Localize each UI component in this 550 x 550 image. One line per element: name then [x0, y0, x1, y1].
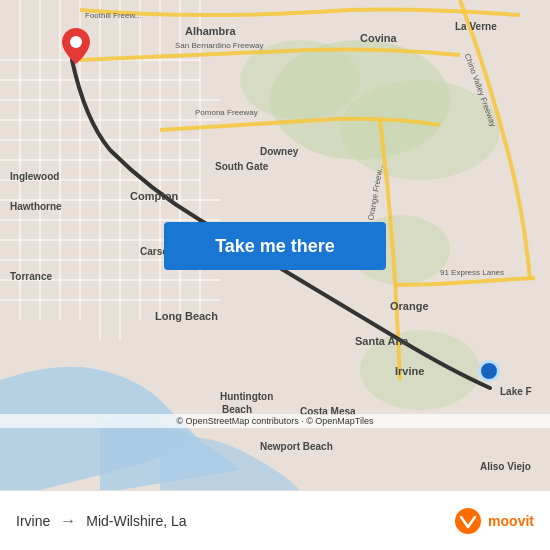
- svg-text:Hawthorne: Hawthorne: [10, 201, 62, 212]
- take-me-there-button[interactable]: Take me there: [164, 222, 386, 270]
- origin-dot: [478, 360, 500, 382]
- svg-text:Newport Beach: Newport Beach: [260, 441, 333, 452]
- moovit-text: moovit: [488, 513, 534, 529]
- svg-text:Torrance: Torrance: [10, 271, 52, 282]
- footer-arrow-icon: →: [60, 512, 76, 530]
- svg-point-56: [455, 508, 481, 534]
- footer: Irvine → Mid-Wilshire, La moovit: [0, 490, 550, 550]
- svg-point-55: [70, 36, 82, 48]
- svg-text:Lake F: Lake F: [500, 386, 532, 397]
- svg-text:Downey: Downey: [260, 146, 299, 157]
- svg-text:Pomona Freeway: Pomona Freeway: [195, 108, 258, 117]
- svg-text:Covina: Covina: [360, 32, 398, 44]
- svg-text:91 Express Lanes: 91 Express Lanes: [440, 268, 504, 277]
- destination-pin: [62, 28, 90, 68]
- svg-text:La Verne: La Verne: [455, 21, 497, 32]
- svg-text:Orange: Orange: [390, 300, 429, 312]
- svg-text:Alhambra: Alhambra: [185, 25, 237, 37]
- svg-text:Irvine: Irvine: [395, 365, 424, 377]
- svg-text:Huntington: Huntington: [220, 391, 273, 402]
- map-attribution: © OpenStreetMap contributors · © OpenMap…: [0, 414, 550, 428]
- footer-from-label: Irvine: [16, 513, 50, 529]
- svg-point-2: [340, 80, 500, 180]
- map-container: Foothill Freew... San Bernardino Freeway…: [0, 0, 550, 490]
- svg-text:Compton: Compton: [130, 190, 179, 202]
- svg-text:Aliso Viejo: Aliso Viejo: [480, 461, 531, 472]
- svg-text:Inglewood: Inglewood: [10, 171, 59, 182]
- svg-text:San Bernardino Freeway: San Bernardino Freeway: [175, 41, 264, 50]
- footer-to-label: Mid-Wilshire, La: [86, 513, 186, 529]
- moovit-logo-icon: [454, 507, 482, 535]
- svg-text:Santa Ana: Santa Ana: [355, 335, 409, 347]
- svg-text:Foothill Freew...: Foothill Freew...: [85, 11, 141, 20]
- svg-text:South Gate: South Gate: [215, 161, 269, 172]
- svg-text:Long Beach: Long Beach: [155, 310, 218, 322]
- moovit-logo: moovit: [454, 507, 534, 535]
